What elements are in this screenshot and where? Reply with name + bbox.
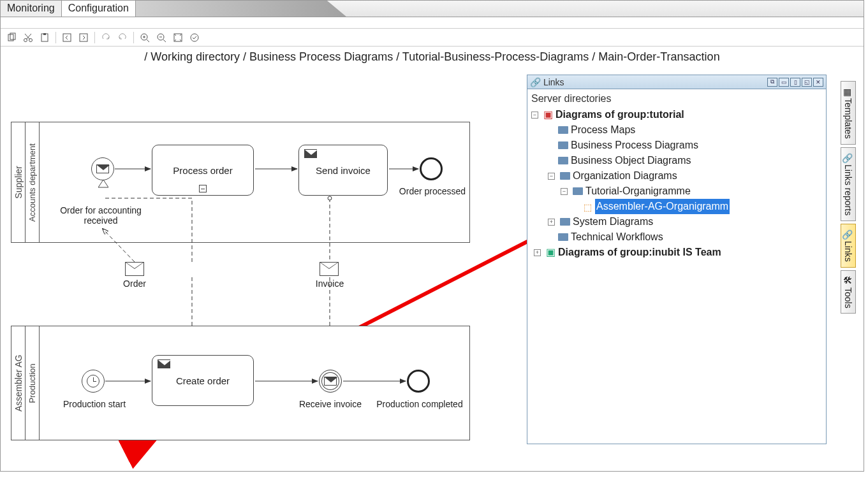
tabbar-spacer (136, 1, 864, 17)
envelope-icon (158, 359, 170, 368)
task-create-order[interactable]: Create order (152, 355, 254, 406)
envelope-icon (304, 149, 317, 158)
side-tabs: ▦Templates 🔗Links reports 🔗Links 🛠Tools (841, 81, 860, 316)
breadcrumb: / Working directory / Business Process D… (1, 47, 864, 68)
zoom-fit-button[interactable] (171, 31, 185, 45)
tree-node-technical[interactable]: Technical Workflows (531, 229, 822, 245)
message-icon (96, 164, 109, 173)
links-panel[interactable]: 🔗 Links ⧉ ▭ ▯ ◱ ✕ Server directories −▣D… (527, 75, 827, 444)
message-icon (324, 377, 337, 386)
panel-title-text: Links (543, 77, 564, 87)
tab-configuration[interactable]: Configuration (62, 1, 136, 17)
start-event-assembler[interactable] (82, 370, 105, 393)
start-event-label: Order for accounting received (50, 205, 152, 226)
templates-icon: ▦ (844, 87, 853, 96)
tab-monitoring[interactable]: Monitoring (1, 1, 62, 17)
panel-subtitle: Server directories (527, 89, 826, 106)
message-invoice-label: Invoice (279, 279, 381, 289)
tree-node-assembler-ag[interactable]: Assembler-AG-Organigramm (531, 199, 822, 214)
tree-node-bpd[interactable]: Business Process Diagrams (531, 138, 822, 153)
timer-icon (87, 375, 99, 387)
redo-button[interactable] (99, 31, 113, 45)
svg-line-11 (147, 40, 149, 42)
end-event-label: Order processed (381, 186, 483, 196)
folder-icon (558, 141, 568, 149)
tree-root-inubit[interactable]: +▣Diagrams of group:inubit IS Team (531, 245, 822, 260)
sidetab-templates[interactable]: ▦Templates (841, 81, 856, 145)
org-chart-icon (584, 202, 592, 211)
folder-icon (558, 157, 568, 164)
zoom-out-button[interactable] (154, 31, 168, 45)
task-process-order[interactable]: Process order (152, 145, 254, 196)
panel-close-button[interactable]: ✕ (813, 78, 823, 87)
end-event-assembler-label: Production completed (369, 399, 471, 409)
cut-button[interactable] (21, 31, 35, 45)
tree-node-bod[interactable]: Business Object Diagrams (531, 153, 822, 168)
pool-assembler[interactable]: Assembler AG Production Production start… (11, 326, 470, 440)
tree-node-system[interactable]: +System Diagrams (531, 214, 822, 229)
link-icon: 🔗 (844, 229, 853, 238)
nav-back-button[interactable] (60, 31, 74, 45)
svg-rect-7 (43, 33, 46, 35)
pool-label-supplier: Supplier (11, 122, 26, 242)
start-event-supplier[interactable] (91, 157, 114, 180)
tree-root-tutorial[interactable]: −▣Diagrams of group:tutorial (531, 107, 822, 122)
intermediate-event-label: Receive invoice (279, 399, 381, 409)
task-send-invoice[interactable]: Send invoice (298, 145, 388, 196)
folder-icon (560, 172, 570, 180)
pool-supplier[interactable]: Supplier Accounts department Order for a… (11, 122, 470, 243)
main-tabbar: Monitoring Configuration (1, 1, 864, 17)
message-order-label: Order (84, 279, 186, 289)
start-event-assembler-label: Production start (43, 399, 145, 409)
sidetab-linksreports[interactable]: 🔗Links reports (841, 147, 856, 221)
editor-toolbar (1, 29, 864, 47)
report-icon: 🔗 (844, 153, 853, 162)
panel-min-button[interactable]: ▭ (779, 78, 789, 87)
folder-icon (560, 218, 570, 226)
paste-button[interactable] (38, 31, 52, 45)
end-event-assembler[interactable] (407, 370, 430, 393)
sidetab-tools[interactable]: 🛠Tools (841, 270, 856, 314)
svg-rect-8 (63, 34, 71, 41)
intermediate-event-receive-invoice[interactable] (319, 370, 342, 393)
folder-icon (558, 233, 568, 241)
panel-titlebar[interactable]: 🔗 Links ⧉ ▭ ▯ ◱ ✕ (527, 75, 826, 89)
compensation-marker-icon (98, 180, 108, 189)
tree-node-process-maps[interactable]: Process Maps (531, 122, 822, 138)
folder-icon (558, 126, 568, 134)
link-icon: 🔗 (530, 77, 541, 87)
panel-tree[interactable]: −▣Diagrams of group:tutorial Process Map… (527, 106, 826, 261)
svg-point-18 (191, 34, 198, 41)
lane-label-production: Production (26, 326, 40, 440)
toolbar-gap (1, 17, 864, 29)
tree-node-tutorial-org[interactable]: −Tutorial-Organigramme (531, 184, 822, 199)
pool-label-assembler: Assembler AG (11, 326, 26, 440)
end-event-supplier[interactable] (420, 157, 443, 180)
app-window: Monitoring Configuration / Working direc… (0, 0, 864, 472)
lane-label-accounts: Accounts department (26, 122, 40, 242)
svg-line-15 (163, 40, 166, 42)
message-order-icon (125, 262, 144, 276)
zoom-in-button[interactable] (138, 31, 152, 45)
svg-rect-9 (80, 34, 87, 41)
copy-button[interactable] (4, 31, 18, 45)
undo-button[interactable] (115, 31, 129, 45)
validate-button[interactable] (188, 31, 202, 45)
panel-max-button[interactable]: ◱ (802, 78, 812, 87)
tools-icon: 🛠 (844, 276, 853, 285)
nav-fwd-button[interactable] (77, 31, 91, 45)
tree-node-org[interactable]: −Organization Diagrams (531, 168, 822, 184)
panel-pin-button[interactable]: ▯ (790, 78, 800, 87)
folder-icon (573, 187, 583, 195)
sidetab-links[interactable]: 🔗Links (841, 224, 856, 268)
panel-restore-button[interactable]: ⧉ (767, 78, 777, 87)
message-invoice-icon (320, 262, 339, 276)
subprocess-marker-icon (199, 185, 207, 192)
